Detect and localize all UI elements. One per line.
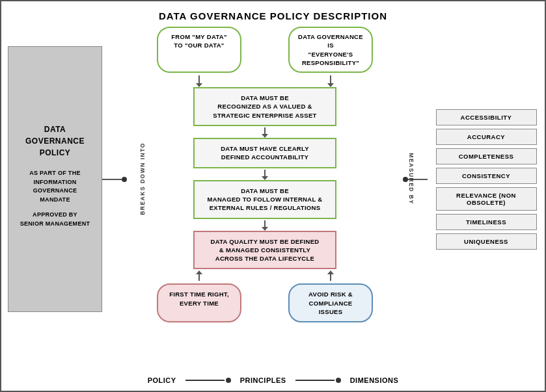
dimension-box-5: RELEVANCE (NON OBSOLETE) [436, 187, 537, 211]
dimension-box-4: CONSISTENCY [436, 168, 537, 184]
principle-box-3: DATA MUST BE MANAGED TO FOLLOW INTERNAL … [193, 180, 336, 219]
legend-policy: POLICY [148, 376, 176, 384]
bubble-left: FROM "MY DATA" TO "OUR DATA" [157, 27, 241, 73]
legend-dot-1 [226, 378, 231, 383]
top-bubbles: FROM "MY DATA" TO "OUR DATA" DATA GOVERN… [133, 27, 396, 73]
principles-column: FROM "MY DATA" TO "OUR DATA" DATA GOVERN… [127, 27, 403, 351]
arrow2 [262, 170, 268, 180]
policy-box: DATA GOVERNANCE POLICY AS PART OF THE IN… [8, 46, 102, 312]
principle-box-1: DATA MUST BE RECOGNIZED AS A VALUED & ST… [193, 87, 336, 126]
bubble-bottom-left: FIRST TIME RIGHT, EVERY TIME [157, 283, 241, 322]
bubble-right: DATA GOVERNANCE IS "EVERYONE'S RESPONSIB… [288, 27, 373, 73]
legend-dot-2 [336, 378, 341, 383]
main-container: DATA GOVERNANCE POLICY DESCRIPTION DATA … [0, 0, 546, 392]
principle-box-4: DATA QUALITY MUST BE DEFINED & MANAGED C… [193, 231, 336, 270]
principle-boxes: BREAKS DOWN INTO DATA MUST BE RECOGNIZED… [133, 87, 396, 270]
bubble-bottom-right: AVOID RISK & COMPLIANCE ISSUES [288, 283, 373, 322]
content-area: DATA GOVERNANCE POLICY AS PART OF THE IN… [8, 27, 538, 351]
dimension-box-7: UNIQUENESS [436, 233, 537, 250]
legend-principles-label: PRINCIPLES [240, 376, 286, 384]
bottom-bubbles: FIRST TIME RIGHT, EVERY TIME AVOID RISK … [133, 283, 396, 322]
breaks-down-label: BREAKS DOWN INTO [139, 142, 146, 215]
connector-dot [122, 177, 127, 182]
legend-line-2 [295, 378, 341, 383]
legend-dimensions-label: DIMENSIONS [350, 376, 399, 384]
policy-title: DATA GOVERNANCE POLICY [14, 124, 96, 159]
bottom-arrow-lines [133, 270, 396, 281]
policy-sub1: AS PART OF THE INFORMATION GOVERNANCE MA… [14, 169, 96, 204]
principle-box-2: DATA MUST HAVE CLEARLY DEFINED ACCOUNTAB… [193, 138, 336, 168]
arrow1 [262, 127, 268, 138]
legend-bar-1 [185, 380, 225, 381]
policy-sub2: APPROVED BY SENIOR MANAGEMENT [20, 211, 90, 228]
page-title: DATA GOVERNANCE POLICY DESCRIPTION [8, 10, 538, 21]
legend-dimensions: DIMENSIONS [350, 376, 399, 384]
policy-connector [102, 46, 127, 312]
legend-line-1 [185, 378, 231, 383]
arrow3 [262, 220, 268, 231]
connector-line [102, 179, 122, 180]
legend-principles: PRINCIPLES [240, 376, 286, 384]
bubble-arrows [133, 75, 396, 87]
legend-policy-label: POLICY [148, 376, 176, 384]
dimensions-column: ACCESSIBILITYACCURACYCOMPLETENESSCONSIST… [428, 46, 538, 312]
dimension-box-2: ACCURACY [436, 129, 537, 145]
dimension-box-6: TIMELINESS [436, 214, 537, 230]
dimension-box-3: COMPLETENESS [436, 148, 537, 164]
footer-legend: POLICY PRINCIPLES DIMENSIONS [1, 376, 545, 384]
dimensions-connector [403, 46, 428, 312]
dimension-box-1: ACCESSIBILITY [436, 109, 537, 125]
legend-bar-2 [295, 380, 334, 381]
measured-by-label: MEASURED BY [407, 153, 414, 205]
